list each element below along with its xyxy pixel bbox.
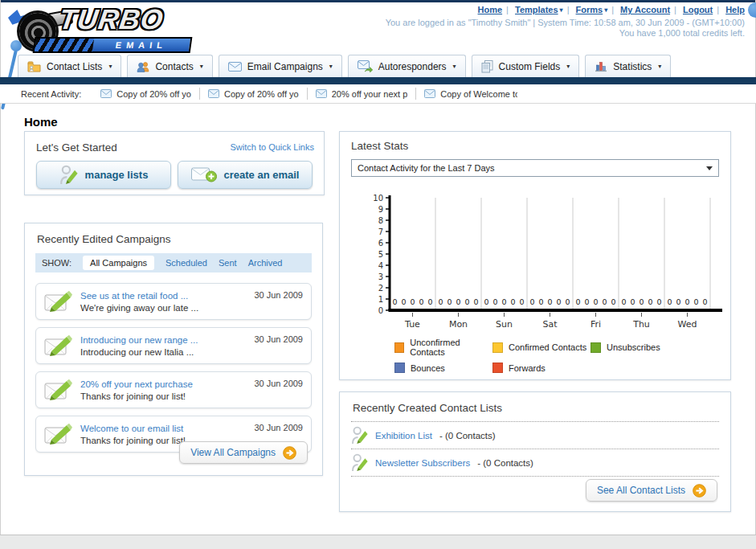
contact-list-item[interactable]: Newsletter Subscribers - (0 Contacts) bbox=[351, 449, 719, 477]
svg-text:0: 0 bbox=[611, 297, 615, 306]
svg-text:0: 0 bbox=[392, 297, 397, 306]
svg-text:0: 0 bbox=[427, 297, 432, 306]
svg-text:Sun: Sun bbox=[496, 319, 513, 330]
contact-lists-icon bbox=[27, 61, 41, 72]
chevron-down-icon: ▾ bbox=[558, 6, 563, 14]
recent-activity-item[interactable]: Copy of 20% off yo bbox=[92, 88, 199, 100]
switch-quick-links[interactable]: Switch to Quick Links bbox=[230, 142, 314, 152]
chevron-down-icon: ▾ bbox=[108, 63, 112, 70]
recent-activity-label: Recent Activity: bbox=[21, 89, 81, 99]
svg-text:0: 0 bbox=[593, 297, 598, 306]
contact-list-item[interactable]: Exhibition List - (0 Contacts) bbox=[351, 422, 719, 449]
envelope-icon bbox=[424, 89, 435, 98]
session-info: You are logged in as "Timothy Smith" | S… bbox=[386, 18, 745, 27]
see-all-contact-lists-button[interactable]: See All Contact Lists bbox=[586, 479, 717, 502]
svg-text:7: 7 bbox=[378, 227, 383, 236]
svg-text:4: 4 bbox=[378, 261, 383, 270]
envelope-icon bbox=[316, 89, 327, 98]
header-link-home[interactable]: Home bbox=[478, 5, 503, 14]
tab-autoresponders[interactable]: Autoresponders ▾ bbox=[348, 55, 466, 77]
campaign-list-item[interactable]: 20% off your next purchase Thanks for jo… bbox=[35, 371, 312, 408]
stats-range-select[interactable]: Contact Activity for the Last 7 Days bbox=[351, 159, 719, 177]
filter-sent[interactable]: Sent bbox=[219, 258, 237, 268]
separator: | bbox=[563, 5, 574, 14]
manage-lists-button[interactable]: manage lists bbox=[36, 161, 171, 189]
header-link-forms[interactable]: Forms bbox=[576, 5, 603, 14]
svg-text:0: 0 bbox=[667, 297, 672, 306]
campaign-list-item[interactable]: Introducing our new range ... Introducin… bbox=[35, 327, 312, 364]
filter-all-campaigns[interactable]: All Campaigns bbox=[83, 256, 154, 270]
svg-text:0: 0 bbox=[656, 297, 661, 306]
campaign-list-item[interactable]: See us at the retail food ... We're givi… bbox=[35, 283, 312, 320]
svg-text:0: 0 bbox=[492, 297, 497, 306]
tab-label: Email Campaigns bbox=[247, 61, 323, 72]
legend-item: Bounces bbox=[394, 363, 492, 373]
svg-text:Fri: Fri bbox=[590, 319, 601, 330]
svg-text:0: 0 bbox=[538, 297, 543, 306]
svg-text:2: 2 bbox=[378, 284, 383, 293]
campaign-date: 30 Jun 2009 bbox=[254, 423, 303, 432]
contact-list-link[interactable]: Newsletter Subscribers bbox=[375, 458, 470, 468]
latest-stats-panel: Latest Stats Contact Activity for the La… bbox=[339, 131, 731, 380]
contact-list-count: - (0 Contacts) bbox=[477, 458, 533, 468]
recent-activity-item[interactable]: Copy of Welcome to bbox=[415, 88, 525, 100]
logo-email-bar: EMAIL bbox=[33, 37, 193, 53]
tab-label: Contacts bbox=[155, 61, 193, 72]
svg-text:Tue: Tue bbox=[404, 319, 420, 330]
legend-swatch bbox=[590, 342, 601, 353]
legend-swatch bbox=[394, 342, 404, 353]
contact-lists-panel-title: Recently Created Contact Lists bbox=[353, 402, 719, 414]
create-email-button[interactable]: create an email bbox=[178, 161, 313, 189]
arrow-right-circle-icon bbox=[693, 484, 706, 498]
email-campaigns-icon bbox=[228, 62, 242, 72]
svg-text:0: 0 bbox=[438, 297, 443, 306]
view-all-campaigns-button[interactable]: View All Campaigns bbox=[179, 441, 308, 464]
header-link-help[interactable]: Help bbox=[725, 5, 745, 14]
campaign-subtitle: Thanks for joining our list! bbox=[80, 391, 303, 403]
main-nav: Contact Lists ▾ Contacts ▾ Email Campaig… bbox=[0, 54, 756, 77]
contact-list-link[interactable]: Exhibition List bbox=[375, 431, 432, 440]
stats-chart: 01234567891000000Tue00000Mon00000Sun0000… bbox=[362, 190, 725, 331]
svg-text:5: 5 bbox=[378, 250, 383, 259]
custom-fields-icon bbox=[481, 60, 493, 73]
campaign-date: 30 Jun 2009 bbox=[254, 334, 303, 344]
header-link-my-account[interactable]: My Account bbox=[620, 5, 670, 14]
campaign-date: 30 Jun 2009 bbox=[254, 290, 303, 300]
filter-archived[interactable]: Archived bbox=[248, 258, 283, 268]
envelope-pencil-icon bbox=[44, 290, 73, 313]
get-started-title: Let's Get Started bbox=[36, 141, 117, 154]
turbo-email-logo: TURBO EMAIL bbox=[6, 3, 217, 51]
header-link-logout[interactable]: Logout bbox=[683, 5, 713, 14]
tab-statistics[interactable]: Statistics ▾ bbox=[585, 55, 671, 77]
legend-item: Forwards bbox=[492, 363, 590, 373]
svg-text:0: 0 bbox=[484, 297, 488, 306]
header-link-templates[interactable]: Templates bbox=[515, 5, 558, 14]
tab-contact-lists[interactable]: Contact Lists ▾ bbox=[18, 55, 121, 77]
legend-label: Bounces bbox=[411, 363, 445, 373]
tab-contacts[interactable]: Contacts ▾ bbox=[127, 55, 212, 77]
legend-label: Unsubscribes bbox=[607, 342, 660, 352]
recent-activity-item[interactable]: 20% off your next p bbox=[307, 88, 416, 100]
svg-text:0: 0 bbox=[702, 297, 707, 306]
svg-text:0: 0 bbox=[648, 297, 652, 306]
legend-item: Unsubscribes bbox=[590, 338, 689, 357]
svg-text:0: 0 bbox=[378, 306, 383, 315]
get-started-panel: Let's Get Started Switch to Quick Links … bbox=[24, 131, 325, 195]
svg-text:0: 0 bbox=[639, 297, 644, 306]
tab-label: Statistics bbox=[613, 61, 652, 72]
svg-text:Thu: Thu bbox=[632, 319, 650, 330]
tab-custom-fields[interactable]: Custom Fields ▾ bbox=[472, 55, 580, 77]
envelope-icon bbox=[208, 89, 219, 98]
arrow-right-circle-icon bbox=[283, 446, 296, 460]
tab-email-campaigns[interactable]: Email Campaigns ▾ bbox=[219, 55, 342, 77]
chevron-down-icon: ▾ bbox=[657, 63, 661, 70]
filter-scheduled[interactable]: Scheduled bbox=[166, 258, 207, 268]
svg-text:0: 0 bbox=[401, 297, 406, 306]
svg-text:8: 8 bbox=[378, 216, 383, 225]
svg-text:0: 0 bbox=[447, 297, 452, 306]
svg-text:3: 3 bbox=[378, 272, 383, 281]
svg-text:10: 10 bbox=[373, 194, 383, 203]
svg-text:0: 0 bbox=[630, 297, 635, 306]
recent-activity-item[interactable]: Copy of 20% off yo bbox=[199, 88, 307, 100]
separator: | bbox=[502, 5, 513, 14]
